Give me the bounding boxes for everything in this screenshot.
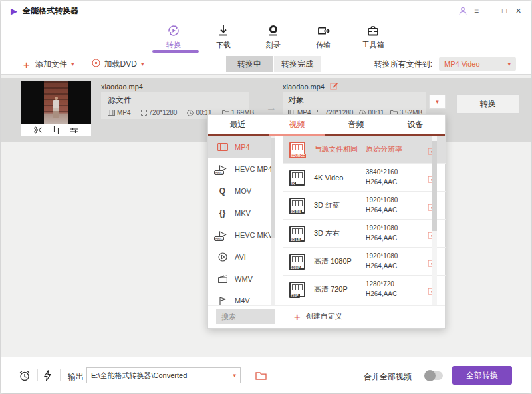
plus-icon: ＋: [292, 311, 302, 321]
tab-converted[interactable]: 转换完成: [274, 56, 321, 72]
format-item-mp4[interactable]: MP4: [208, 136, 275, 158]
load-dvd-button[interactable]: 加载DVD ▾: [92, 59, 144, 70]
toolbar: ＋ 添加文件 ▾ 加载DVD ▾ 转换中 转换完成 转换所有文件到: MP4 V…: [1, 53, 531, 75]
minimize-button[interactable]: ─: [485, 4, 496, 17]
chevron-down-icon: ▾: [436, 99, 439, 105]
convert-button[interactable]: 转换: [456, 94, 519, 114]
hevc-play-icon: HEVC: [216, 231, 229, 238]
thumbnail-image: [21, 81, 91, 124]
target-file-name: xiaodao.mp4: [283, 83, 325, 91]
divider: [60, 369, 61, 381]
tab-audio[interactable]: 音频: [327, 115, 386, 134]
toolbox-icon: [366, 23, 380, 38]
rename-edit-icon[interactable]: [330, 82, 338, 91]
format-item-hevc-mkv[interactable]: HEVC HEVC MKV: [208, 224, 275, 246]
format-item-avi[interactable]: AVI: [208, 246, 275, 268]
chevron-down-icon: ▾: [233, 373, 240, 379]
matroska-icon: {}: [216, 208, 229, 218]
menu-icon[interactable]: ≡: [471, 4, 482, 17]
schedule-alarm-icon[interactable]: [19, 370, 31, 381]
trim-scissors-icon[interactable]: [34, 124, 43, 136]
tab-convert[interactable]: 转换: [154, 23, 194, 53]
tab-converting[interactable]: 转换中: [226, 56, 273, 72]
download-icon: [216, 23, 231, 38]
open-folder-icon[interactable]: [255, 371, 267, 380]
chevron-down-icon: ▾: [507, 61, 511, 67]
preset-4k-video[interactable]: 4K 4K Video 3840*2160H264,AAC: [283, 164, 446, 192]
target-format-dropdown-button[interactable]: ▾: [429, 95, 446, 109]
preset-hd-1080p[interactable]: 1080P 高清 1080P 1920*1080H264,AAC: [283, 248, 446, 276]
1080p-preset-icon: 1080P: [289, 254, 305, 270]
tab-label: 传输: [316, 40, 331, 50]
format-list-scrollbar[interactable]: [271, 136, 275, 305]
convert-all-to-select[interactable]: MP4 Video ▾: [439, 57, 516, 71]
source-preset-icon: SOURCE: [289, 142, 305, 158]
tab-recent[interactable]: 最近: [208, 115, 267, 134]
720p-preset-icon: 720P: [289, 282, 305, 297]
chevron-down-icon: ▾: [141, 61, 144, 67]
format-item-mov[interactable]: Q MOV: [208, 180, 275, 202]
output-path-select[interactable]: ▾: [86, 367, 241, 383]
format-picker-popup: 最近 视频 音频 设备 MP4 HEVC: [207, 114, 446, 329]
preset-list: SOURCE 与源文件相同 原始分辨率 4K 4K Video 3840*216…: [283, 136, 446, 305]
merge-videos-toggle[interactable]: [426, 371, 443, 380]
3d-rb-preset-icon: 3D RB: [289, 198, 305, 214]
plus-icon: ＋: [21, 59, 31, 69]
format-popup-body: MP4 HEVC HEVC MP4 Q MOV {}: [208, 136, 445, 305]
app-window: ▶ 全能格式转换器 ≡ ─ □ × 转换: [1, 1, 531, 393]
add-file-label: 添加文件: [35, 59, 67, 70]
tab-burn[interactable]: 刻录: [253, 23, 293, 53]
tab-transfer[interactable]: 传输: [303, 23, 343, 53]
maximize-button[interactable]: □: [499, 4, 510, 17]
convert-all-to-value: MP4 Video: [444, 60, 480, 68]
hevc-play-icon: HEVC: [216, 165, 229, 172]
preset-3d-anaglyph[interactable]: 3D RB 3D 红蓝 1920*1080H264,AAC: [283, 192, 446, 220]
video-thumbnail: [21, 81, 91, 136]
format-item-hevc-mp4[interactable]: HEVC HEVC MP4: [208, 158, 275, 180]
dvd-icon: [92, 59, 100, 69]
convert-all-to-label: 转换所有文件到:: [374, 59, 432, 70]
toggle-knob: [424, 370, 436, 381]
3d-lr-preset-icon: 3D LR: [289, 226, 305, 242]
preset-hd-720p[interactable]: 720P 高清 720P 1280*720H264,AAC: [283, 276, 446, 303]
search-input[interactable]: [216, 309, 275, 324]
format-list: MP4 HEVC HEVC MP4 Q MOV {}: [208, 136, 275, 305]
tab-toolbox[interactable]: 工具箱: [353, 23, 393, 53]
status-filter-tabs: 转换中 转换完成: [226, 56, 321, 72]
account-icon[interactable]: [457, 4, 468, 17]
bottom-bar: 输出 ▾ 合并全部视频 全部转换: [1, 357, 531, 393]
tab-label: 刻录: [266, 40, 281, 50]
format-item-m4v[interactable]: M4V: [208, 290, 275, 305]
tab-download[interactable]: 下载: [203, 23, 243, 53]
preset-same-as-source[interactable]: SOURCE 与源文件相同 原始分辨率: [283, 136, 446, 164]
tab-device[interactable]: 设备: [386, 115, 445, 134]
format-item-wmv[interactable]: WMV: [208, 268, 275, 290]
preset-3d-sbs[interactable]: 3D LR 3D 左右 1920*1080H264,AAC: [283, 220, 446, 248]
convert-all-button[interactable]: 全部转换: [452, 366, 512, 385]
play-circle-icon: [216, 252, 229, 262]
person-figure: [53, 97, 60, 118]
add-file-button[interactable]: ＋ 添加文件 ▾: [21, 59, 74, 70]
film-icon: [216, 143, 229, 151]
title-bar: ▶ 全能格式转换器 ≡ ─ □ ×: [1, 1, 531, 20]
tab-label: 下载: [216, 40, 231, 50]
output-path-input[interactable]: [87, 371, 233, 379]
app-logo-icon: ▶: [11, 7, 17, 15]
format-item-mkv[interactable]: {} MKV: [208, 202, 275, 224]
hardware-acceleration-icon[interactable]: [44, 370, 51, 381]
arrow-right-icon: →: [266, 102, 277, 114]
source-format: MP4: [108, 109, 131, 116]
create-custom-button[interactable]: ＋ 创建自定义: [292, 311, 342, 321]
window-controls: ≡ ─ □ ×: [457, 1, 524, 20]
crop-icon[interactable]: [53, 124, 60, 136]
tab-video[interactable]: 视频: [267, 115, 327, 134]
target-panel-title: 对象: [288, 95, 420, 106]
format-popup-footer: ＋ 创建自定义: [208, 305, 445, 327]
app-title: 全能格式转换器: [23, 5, 78, 17]
effects-tune-icon[interactable]: [70, 124, 78, 136]
preset-list-scrollbar[interactable]: [432, 136, 437, 305]
close-button[interactable]: ×: [513, 4, 524, 17]
nav-bar: 转换 下载 刻录: [1, 20, 531, 53]
tab-label: 工具箱: [362, 40, 384, 50]
main-area: xiaodao.mp4 源文件 MP4 720*1280 00:11: [1, 75, 531, 358]
